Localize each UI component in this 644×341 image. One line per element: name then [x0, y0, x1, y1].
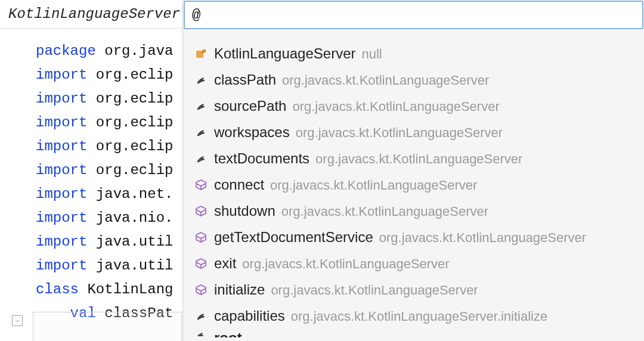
- result-qualifier: org.javacs.kt.KotlinLanguageServer: [315, 146, 522, 172]
- result-qualifier: org.javacs.kt.KotlinLanguageServer: [296, 120, 503, 146]
- result-qualifier: org.javacs.kt.KotlinLanguageServer: [292, 94, 499, 120]
- result-name: sourcePath: [214, 93, 286, 119]
- search-result-item[interactable]: connectorg.javacs.kt.KotlinLanguageServe…: [183, 172, 644, 198]
- result-name: connect: [214, 172, 264, 198]
- result-name: getTextDocumentService: [214, 224, 373, 250]
- field-icon: [194, 309, 208, 323]
- field-icon: [194, 125, 208, 140]
- search-result-item-partial[interactable]: root: [183, 329, 644, 341]
- fold-toggle-icon[interactable]: −: [12, 315, 23, 326]
- result-name: initialize: [214, 277, 265, 303]
- result-name: textDocuments: [214, 145, 309, 172]
- result-qualifier: org.javacs.kt.KotlinLanguageServer: [281, 199, 488, 225]
- method-icon: [194, 283, 208, 297]
- tab-label[interactable]: KotlinLanguageServer.: [8, 6, 188, 22]
- search-result-item[interactable]: exitorg.javacs.kt.KotlinLanguageServer: [183, 250, 644, 277]
- result-qualifier: org.javacs.kt.KotlinLanguageServer: [242, 251, 449, 277]
- result-qualifier: org.javacs.kt.KotlinLanguageServer: [270, 172, 477, 199]
- search-result-item[interactable]: getTextDocumentServiceorg.javacs.kt.Kotl…: [183, 224, 644, 250]
- result-name: KotlinLanguageServer: [214, 41, 356, 67]
- search-result-item[interactable]: capabilitiesorg.javacs.kt.KotlinLanguage…: [183, 303, 644, 329]
- search-result-item[interactable]: KotlinLanguageServernull: [183, 41, 644, 67]
- search-result-item[interactable]: shutdownorg.javacs.kt.KotlinLanguageServ…: [183, 198, 644, 224]
- class-icon: [194, 46, 208, 61]
- search-results-list: KotlinLanguageServernullclassPathorg.jav…: [183, 30, 644, 341]
- search-input-value: @: [192, 7, 200, 23]
- result-name: shutdown: [214, 198, 275, 224]
- field-icon: [194, 99, 208, 113]
- result-name: root: [214, 329, 242, 337]
- class-selection-highlight: [33, 312, 182, 341]
- method-icon: [194, 178, 208, 192]
- symbol-search-input[interactable]: @: [184, 1, 643, 29]
- result-qualifier: org.javacs.kt.KotlinLanguageServer: [271, 277, 478, 303]
- search-result-item[interactable]: sourcePathorg.javacs.kt.KotlinLanguageSe…: [183, 93, 644, 119]
- search-result-item[interactable]: initializeorg.javacs.kt.KotlinLanguageSe…: [183, 277, 644, 303]
- result-qualifier: org.javacs.kt.KotlinLanguageServer.initi…: [291, 303, 547, 330]
- result-qualifier: null: [362, 41, 382, 67]
- result-name: classPath: [214, 67, 276, 93]
- search-result-item[interactable]: workspacesorg.javacs.kt.KotlinLanguageSe…: [183, 119, 644, 145]
- result-name: workspaces: [214, 119, 290, 145]
- result-name: exit: [214, 250, 236, 277]
- search-result-item[interactable]: classPathorg.javacs.kt.KotlinLanguageSer…: [183, 67, 644, 93]
- search-result-item[interactable]: textDocumentsorg.javacs.kt.KotlinLanguag…: [183, 145, 644, 172]
- result-qualifier: org.javacs.kt.KotlinLanguageServer: [282, 67, 489, 94]
- symbol-search-popup: @ KotlinLanguageServernullclassPathorg.j…: [182, 0, 644, 341]
- method-icon: [194, 230, 208, 244]
- field-icon: [194, 151, 208, 166]
- method-icon: [194, 256, 208, 271]
- field-icon: [194, 73, 208, 87]
- field-icon: [194, 329, 208, 336]
- result-qualifier: org.javacs.kt.KotlinLanguageServer: [379, 225, 586, 251]
- method-icon: [194, 204, 208, 218]
- result-name: capabilities: [214, 303, 285, 329]
